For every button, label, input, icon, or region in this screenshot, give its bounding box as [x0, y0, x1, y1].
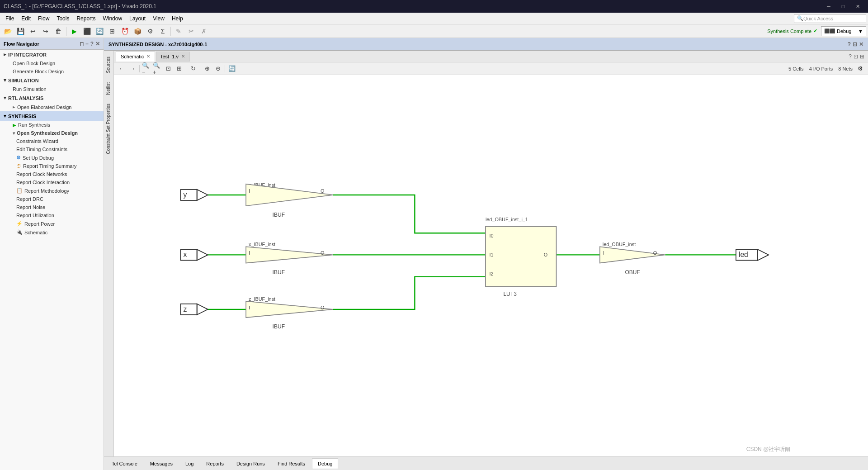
tab-area-expand-icon[interactable]: ⊞ [860, 53, 864, 60]
sch-sep-4 [225, 65, 225, 72]
panel-float-icon[interactable]: ⊡ [853, 41, 857, 47]
fit-button[interactable]: ⊡ [163, 64, 173, 74]
rotate-button[interactable]: ↻ [188, 64, 198, 74]
schematic-stats: 5 Cells 4 I/O Ports 8 Nets [788, 66, 853, 71]
nav-generate-block-design[interactable]: Generate Block Design [0, 67, 104, 76]
menu-edit[interactable]: Edit [18, 14, 34, 23]
nav-section-ip[interactable]: ▸ IP INTEGRATOR [0, 50, 104, 59]
minimize-button[interactable]: ─ [822, 2, 835, 11]
btab-design-runs[interactable]: Design Runs [231, 458, 271, 469]
refresh-sch-button[interactable]: 🔄 [227, 64, 237, 74]
undo-button[interactable]: ↩ [27, 26, 39, 37]
tab-test1v[interactable]: test_1.v ✕ [156, 52, 190, 62]
stats-button[interactable]: Σ [157, 26, 169, 37]
menu-layout[interactable]: Layout [126, 14, 149, 23]
zoom-in-button[interactable]: 🔍+ [152, 64, 162, 74]
svg-text:I1: I1 [489, 252, 493, 257]
nav-forward-button[interactable]: → [127, 64, 137, 74]
nav-minus-icon[interactable]: − [85, 41, 89, 47]
nav-edit-timing-constraints[interactable]: Edit Timing Constraints [0, 145, 104, 153]
close-button[interactable]: ✕ [851, 2, 864, 11]
nav-report-noise[interactable]: Report Noise [0, 203, 104, 211]
design-panel: SYNTHESIZED DESIGN - xc7z010clg400-1 ? ⊡… [104, 38, 868, 470]
nav-arrow-elaborated: ▸ [13, 104, 15, 110]
expand-button[interactable]: ⊕ [202, 64, 212, 74]
toolbar: 📂 💾 ↩ ↪ 🗑 ▶ ⬛ 🔄 ⊞ ⏰ 📦 ⚙ Σ ✎ ✂ ✗ Synthesi… [0, 24, 868, 38]
nav-open-block-design[interactable]: Open Block Design [0, 59, 104, 67]
settings-button[interactable]: ⚙ [144, 26, 156, 37]
menu-reports[interactable]: Reports [73, 14, 99, 23]
tab-bar: Schematic ✕ test_1.v ✕ ? ⊡ ⊞ [114, 51, 868, 62]
nav-open-elaborated-design[interactable]: ▸ Open Elaborated Design [0, 103, 104, 111]
nav-open-synthesized-design[interactable]: ▾ Open Synthesized Design [0, 129, 104, 137]
btab-log[interactable]: Log [179, 458, 199, 469]
open-project-button[interactable]: 📂 [2, 26, 14, 37]
svg-text:led: led [739, 251, 748, 258]
nav-section-simulation[interactable]: ▾ SIMULATION [0, 76, 104, 85]
search-icon: 🔍 [797, 15, 803, 21]
package-button[interactable]: 📦 [132, 26, 143, 37]
select-button[interactable]: ⊞ [174, 64, 184, 74]
panel-question-icon[interactable]: ? [848, 41, 851, 47]
menu-help[interactable]: Help [168, 14, 187, 23]
nav-set-up-debug[interactable]: ⚙ Set Up Debug [0, 153, 104, 162]
clock-button[interactable]: ⏰ [119, 26, 131, 37]
vtab-constraint-set[interactable]: Constraint Set Properties [104, 100, 113, 158]
zoom-out-button[interactable]: 🔍− [142, 64, 151, 74]
menu-tools[interactable]: Tools [53, 14, 73, 23]
tab-schematic[interactable]: Schematic ✕ [116, 52, 155, 62]
maximize-button[interactable]: □ [836, 2, 850, 11]
tab-schematic-close[interactable]: ✕ [146, 54, 150, 59]
nav-report-methodology[interactable]: 📋 Report Methodology [0, 186, 104, 195]
ip-button[interactable]: ⊞ [106, 26, 118, 37]
nav-run-simulation[interactable]: Run Simulation [0, 85, 104, 93]
collapse-button[interactable]: ⊖ [213, 64, 223, 74]
nav-report-clock-networks[interactable]: Report Clock Networks [0, 170, 104, 178]
btab-reports[interactable]: Reports [200, 458, 230, 469]
svg-text:IBUF: IBUF [273, 269, 285, 275]
menu-flow[interactable]: Flow [34, 14, 53, 23]
debug2-button[interactable]: ✂ [185, 26, 197, 37]
vtab-sources[interactable]: Sources [104, 52, 113, 77]
nav-schematic[interactable]: 🔌 Schematic [0, 228, 104, 237]
debug3-button[interactable]: ✗ [198, 26, 210, 37]
save-button[interactable]: 💾 [14, 26, 26, 37]
btab-find-results[interactable]: Find Results [272, 458, 311, 469]
tab-area-float-icon[interactable]: ⊡ [854, 53, 858, 60]
nav-constraints-wizard[interactable]: Constraints Wizard [0, 137, 104, 145]
nav-report-power[interactable]: ⚡ Report Power [0, 219, 104, 228]
ports-stat: 4 I/O Ports [809, 66, 833, 71]
nav-section-synthesis[interactable]: ▾ SYNTHESIS [0, 111, 104, 121]
nav-report-clock-interaction[interactable]: Report Clock Interaction [0, 178, 104, 186]
panel-close-icon[interactable]: ✕ [859, 41, 863, 47]
schematic-icon: 🔌 [16, 229, 23, 235]
delete-button[interactable]: 🗑 [52, 26, 64, 37]
btab-debug[interactable]: Debug [312, 458, 338, 469]
nav-run-synthesis[interactable]: ▶ Run Synthesis [0, 121, 104, 129]
menu-window[interactable]: Window [99, 14, 126, 23]
debug-dropdown[interactable]: ⬛⬛ Debug ▼ [821, 26, 866, 36]
nav-question-icon[interactable]: ? [90, 41, 94, 47]
tab-test1v-close[interactable]: ✕ [181, 54, 185, 59]
program-button[interactable]: ⬛ [81, 26, 93, 37]
nav-section-rtl[interactable]: ▾ RTL ANALYSIS [0, 93, 104, 103]
btab-messages[interactable]: Messages [144, 458, 179, 469]
search-box[interactable]: 🔍 Quick Access [794, 14, 866, 23]
menu-view[interactable]: View [149, 14, 168, 23]
nav-report-utilization[interactable]: Report Utilization [0, 211, 104, 219]
schematic-canvas[interactable]: y x z y_IBUF_inst I O [114, 75, 868, 456]
refresh-button[interactable]: 🔄 [94, 26, 105, 37]
schematic-settings-button[interactable]: ⚙ [855, 64, 865, 74]
nav-close-icon[interactable]: ✕ [95, 41, 100, 47]
tab-area-question-icon[interactable]: ? [849, 53, 852, 60]
redo-button[interactable]: ↪ [40, 26, 52, 37]
nav-back-button[interactable]: ← [117, 64, 127, 74]
vtab-netlist[interactable]: Netlist [104, 78, 113, 99]
debug1-button[interactable]: ✎ [173, 26, 184, 37]
btab-tcl-console[interactable]: Tcl Console [106, 458, 143, 469]
run-button[interactable]: ▶ [68, 26, 80, 37]
nav-report-timing-summary[interactable]: ⏱ Report Timing Summary [0, 162, 104, 170]
nav-report-drc[interactable]: Report DRC [0, 195, 104, 203]
nav-pin-icon[interactable]: ⊓ [80, 41, 84, 47]
menu-file[interactable]: File [2, 14, 18, 23]
